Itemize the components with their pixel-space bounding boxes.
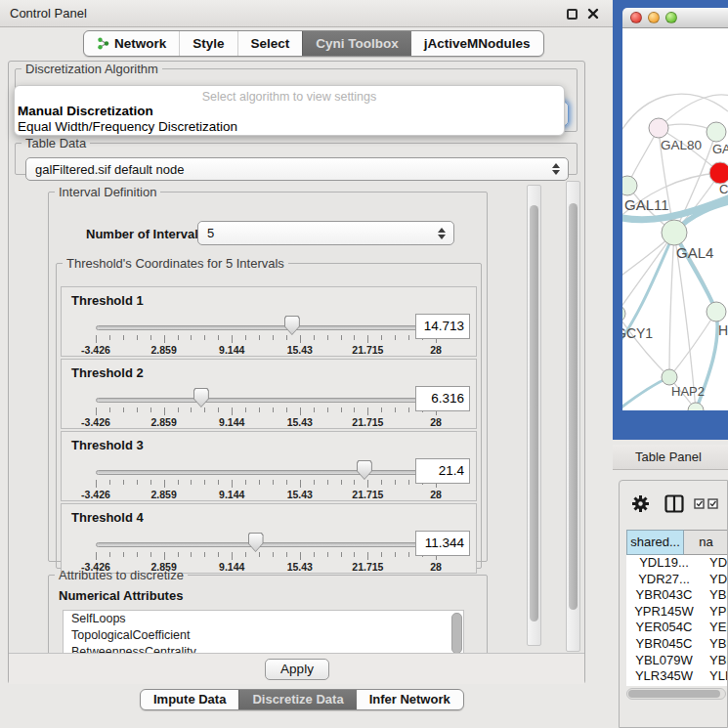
cell-name: YIL0	[702, 685, 728, 686]
scale-label: 2.859	[150, 416, 176, 428]
tab-cyni-toolbox[interactable]: Cyni Toolbox	[302, 31, 411, 56]
tab-select[interactable]: Select	[237, 31, 303, 56]
list-item-topologicalcoefficient[interactable]: TopologicalCoefficient	[64, 627, 463, 644]
table-row[interactable]: YER054CYER0	[626, 620, 728, 636]
column-header-name[interactable]: na	[684, 530, 728, 555]
network-node-hap2[interactable]	[662, 369, 677, 385]
scale-label: 2.859	[150, 489, 176, 500]
cell-name: YLR3	[702, 668, 728, 685]
network-node-c[interactable]	[709, 162, 728, 184]
checkbox-filters-icon[interactable]	[694, 498, 719, 509]
tab-style[interactable]: Style	[179, 31, 236, 56]
tab-network[interactable]: Network	[84, 31, 179, 56]
dialog-scrollbar[interactable]	[566, 181, 580, 652]
column-header-shared-name[interactable]: shared...	[626, 530, 684, 555]
table-hscrollbar-thumb[interactable]	[628, 690, 720, 698]
float-window-icon[interactable]	[567, 9, 578, 20]
algorithm-option-equal-width[interactable]: Equal Width/Frequency Discretization	[15, 119, 564, 135]
table-rows: YDL19...YDL1YDR27...YDR2YBR043CYBR0YPR14…	[626, 555, 728, 686]
network-node-gcy1[interactable]	[622, 305, 625, 322]
bottom-tab-infer-network[interactable]: Infer Network	[357, 690, 463, 709]
threshold-row-1: Threshold 1-3.4262.8599.14415.4321.71528…	[61, 286, 477, 357]
list-item-betweennesscentrality[interactable]: BetweennessCentrality	[64, 644, 463, 653]
column-layout-icon[interactable]	[664, 494, 684, 513]
numerical-attributes-list[interactable]: SelfLoopsTopologicalCoefficientBetweenne…	[63, 610, 464, 653]
inner-scrollbar[interactable]	[527, 185, 541, 646]
slider-track[interactable]	[96, 398, 436, 403]
table-panel: Table Panel	[613, 445, 728, 728]
slider-scale-labels: -3.4262.8599.14415.4321.71528	[96, 344, 436, 356]
bottom-tab-discretize-data[interactable]: Discretize Data	[238, 690, 356, 709]
table-row[interactable]: YDR27...YDR2	[626, 572, 728, 588]
slider-track[interactable]	[96, 325, 436, 330]
table-row[interactable]: YBL079WYBL0	[626, 653, 728, 669]
slider-ticks	[96, 552, 436, 561]
table-row[interactable]: YBR045CYBR0	[626, 636, 728, 653]
threshold-value-box[interactable]: 14.713	[415, 314, 470, 339]
scale-label: 21.715	[352, 344, 383, 356]
table-data-combobox[interactable]: galFiltered.sif default node	[25, 157, 569, 181]
slider-thumb[interactable]	[284, 316, 300, 335]
scale-label: 2.859	[150, 344, 176, 356]
table-horizontal-scrollbar[interactable]	[626, 688, 726, 700]
minimize-traffic-light-icon[interactable]	[648, 12, 660, 23]
network-node-gal11[interactable]	[622, 176, 637, 195]
apply-bar: Apply	[9, 653, 584, 684]
gear-icon[interactable]	[631, 494, 650, 513]
threshold-label: Threshold 1	[71, 293, 144, 308]
zoom-traffic-light-icon[interactable]	[665, 12, 677, 23]
number-of-intervals-combobox[interactable]: 5	[197, 221, 454, 245]
scale-label: 21.715	[352, 489, 383, 500]
cell-shared-name: YDL19...	[626, 555, 702, 572]
table-panel-toolbar	[620, 481, 727, 526]
network-node-ga[interactable]	[707, 122, 726, 142]
settings-scroll-area: Interval Definition Number of Intervals …	[13, 181, 566, 653]
dialog-scrollbar-thumb[interactable]	[569, 203, 578, 610]
algorithm-option-manual[interactable]: Manual Discretization	[15, 104, 564, 119]
slider-track[interactable]	[96, 542, 436, 547]
scale-label: 15.43	[287, 416, 313, 428]
network-canvas[interactable]: GAL80GACGAL11GAL4GCY1HHAP2	[622, 28, 728, 410]
apply-button[interactable]: Apply	[265, 659, 329, 680]
network-node-h[interactable]	[707, 302, 726, 321]
table-row[interactable]: YPR145WYPR1	[626, 604, 728, 621]
slider-track[interactable]	[96, 470, 436, 475]
node-label-gal4: GAL4	[676, 244, 713, 261]
table-row[interactable]: YIL052CYIL0	[626, 685, 728, 686]
threshold-value-box[interactable]: 6.316	[415, 386, 470, 411]
list-scrollbar[interactable]	[451, 613, 462, 653]
table-row[interactable]: YBR043CYBR0	[626, 587, 728, 604]
slider-thumb[interactable]	[193, 388, 209, 407]
slider-thumb[interactable]	[248, 533, 264, 552]
table-data-group: Table Data galFiltered.sif default node	[15, 136, 578, 175]
threshold-value-box[interactable]: 21.4	[415, 458, 470, 484]
interval-definition-group: Interval Definition Number of Intervals …	[48, 185, 488, 562]
slider-ticks	[96, 407, 436, 416]
scale-label: 9.144	[219, 344, 244, 356]
number-of-intervals-value: 5	[207, 226, 214, 240]
node-label-c: C	[719, 182, 728, 196]
threshold-label: Threshold 3	[71, 438, 144, 452]
network-window-titlebar	[622, 8, 728, 28]
threshold-value-box[interactable]: 11.344	[415, 531, 470, 556]
algorithm-popup-hint: Select algorithm to view settings	[15, 90, 564, 104]
table-data-combobox-value: galFiltered.sif default node	[35, 162, 184, 177]
tab-label-jactivemnodules: jActiveMNodules	[424, 31, 531, 56]
table-row[interactable]: YDL19...YDL1	[626, 555, 728, 572]
list-item-selfloops[interactable]: SelfLoops	[64, 611, 463, 627]
tab-label-cyni-toolbox: Cyni Toolbox	[316, 31, 399, 56]
inner-scrollbar-thumb[interactable]	[530, 205, 538, 621]
tab-jactivemnodules[interactable]: jActiveMNodules	[411, 31, 543, 56]
scale-label: -3.426	[81, 416, 110, 428]
close-icon[interactable]	[587, 8, 599, 20]
slider-thumb[interactable]	[357, 460, 372, 480]
table-row[interactable]: YLR345WYLR3	[626, 668, 728, 685]
slider-ticks	[96, 480, 436, 489]
close-traffic-light-icon[interactable]	[630, 12, 642, 23]
threshold-row-2: Threshold 2-3.4262.8599.14415.4321.71528…	[61, 359, 477, 429]
bottom-tab-impute-data[interactable]: Impute Data	[141, 690, 238, 709]
network-node-gal4[interactable]	[662, 220, 687, 245]
combo-arrows-icon	[551, 163, 559, 175]
network-node-gal80[interactable]	[649, 118, 668, 138]
table-panel-body: shared... na YDL19...YDL1YDR27...YDR2YBR…	[619, 480, 728, 728]
